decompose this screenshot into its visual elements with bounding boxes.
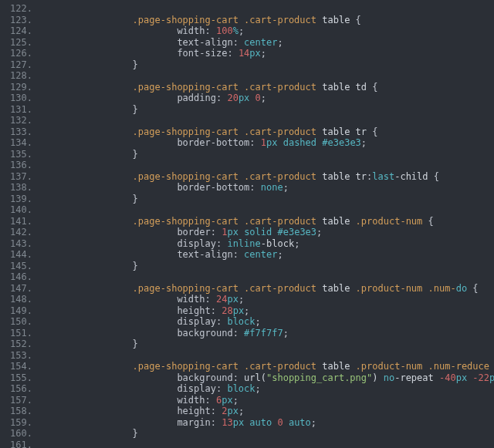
token-pseudo: last: [372, 171, 394, 182]
line-number: 146.: [0, 271, 32, 283]
code-line[interactable]: [43, 3, 494, 15]
token-punct: ;: [361, 137, 367, 148]
code-line[interactable]: }: [43, 104, 494, 116]
token-punct: ;: [316, 227, 322, 237]
token-val: solid: [244, 227, 277, 237]
code-line[interactable]: font-size: 14px;: [43, 48, 494, 59]
token-prop: background: [177, 328, 232, 339]
token-punct: :: [216, 383, 227, 394]
line-number-gutter: 122.123.124.125.126.127.128.129.130.131.…: [0, 0, 39, 448]
code-line[interactable]: .page-shopping-cart .cart-product table …: [43, 283, 494, 295]
code-line[interactable]: }: [43, 261, 494, 272]
token-sel: -child: [394, 171, 434, 182]
code-line[interactable]: margin: 13px auto 0 auto;: [43, 417, 494, 429]
code-line[interactable]: padding: 20px 0;: [43, 93, 494, 104]
token-unit: px: [233, 305, 244, 316]
token-class: .cart-product: [244, 216, 322, 227]
code-line[interactable]: display: inline-block;: [43, 238, 494, 250]
token-pseudo: no: [384, 372, 394, 383]
token-punct: }: [133, 59, 138, 70]
code-line[interactable]: height: 2px;: [43, 406, 494, 417]
line-number: 126.: [0, 48, 32, 59]
code-line[interactable]: display: block;: [43, 316, 494, 328]
token-class: .cart-product: [244, 15, 322, 25]
code-line[interactable]: }: [43, 428, 494, 440]
token-punct: :: [211, 417, 222, 428]
token-unit: px: [456, 372, 473, 383]
token-punct: :: [211, 227, 222, 237]
code-line[interactable]: display: block;: [43, 383, 494, 395]
token-punct: ;: [255, 383, 261, 394]
code-line[interactable]: .page-shopping-cart .cart-product table …: [43, 15, 494, 26]
code-editor[interactable]: 122.123.124.125.126.127.128.129.130.131.…: [0, 0, 494, 448]
token-punct: :: [233, 328, 244, 339]
token-punct: :: [216, 93, 227, 103]
token-num: 0: [255, 93, 261, 103]
code-line[interactable]: [43, 350, 494, 362]
token-val: none: [261, 182, 283, 193]
line-number: 140.: [0, 204, 32, 216]
code-line[interactable]: background: url("shopping_cart.png") no-…: [43, 372, 494, 384]
code-line[interactable]: [43, 70, 494, 82]
code-line[interactable]: border-bottom: none;: [43, 182, 494, 194]
line-number: 136.: [0, 160, 32, 171]
line-number: 149.: [0, 305, 32, 317]
code-line[interactable]: [43, 115, 494, 126]
code-line[interactable]: width: 6px;: [43, 395, 494, 406]
token-num: 24: [216, 294, 227, 305]
token-punct: ;: [283, 328, 289, 339]
code-line[interactable]: [43, 204, 494, 216]
token-sel: -repeat: [394, 372, 439, 383]
token-str: "shopping_cart.png": [266, 372, 372, 383]
code-line[interactable]: .page-shopping-cart .cart-product table …: [43, 216, 494, 227]
code-line[interactable]: .page-shopping-cart .cart-product table …: [43, 171, 494, 183]
code-line[interactable]: text-align: center;: [43, 249, 494, 261]
code-line[interactable]: border: 1px solid #e3e3e3;: [43, 227, 494, 238]
code-line[interactable]: [43, 160, 494, 171]
token-punct: }: [133, 261, 138, 271]
code-line[interactable]: }: [43, 339, 494, 350]
line-number: 161.: [0, 440, 32, 449]
code-line[interactable]: }: [43, 149, 494, 160]
token-prop: font-size: [177, 48, 227, 59]
token-hex: #e3e3e3: [277, 227, 316, 237]
code-line[interactable]: background: #f7f7f7;: [43, 328, 494, 339]
code-line[interactable]: [43, 271, 494, 283]
token-punct: {: [472, 283, 478, 294]
token-val: block: [227, 383, 255, 394]
code-line[interactable]: .page-shopping-cart .cart-product table …: [43, 361, 494, 372]
line-number: 154.: [0, 361, 32, 372]
token-class: .page-shopping-cart: [133, 82, 245, 93]
token-sel: table tr: [322, 126, 372, 137]
token-num: 0: [277, 417, 288, 428]
token-punct: ;: [239, 294, 244, 305]
token-num: 1: [261, 137, 266, 148]
line-number: 142.: [0, 227, 32, 238]
token-val: dashed: [283, 137, 323, 148]
code-line[interactable]: height: 28px;: [43, 305, 494, 317]
token-sel: table tr: [322, 171, 367, 182]
code-line[interactable]: .page-shopping-cart .cart-product table …: [43, 82, 494, 93]
code-line[interactable]: [43, 440, 494, 449]
code-line[interactable]: width: 100%;: [43, 25, 494, 37]
token-prop: display: [177, 383, 216, 394]
code-area[interactable]: .page-shopping-cart .cart-product table …: [39, 0, 494, 448]
token-class: .product-num: [356, 216, 428, 227]
code-content[interactable]: .page-shopping-cart .cart-product table …: [43, 3, 494, 448]
code-line[interactable]: }: [43, 59, 494, 71]
token-val: block: [227, 316, 255, 327]
token-punct: ;: [239, 406, 244, 416]
token-punct: ;: [283, 182, 289, 193]
code-line[interactable]: text-align: center;: [43, 37, 494, 49]
line-number: 143.: [0, 238, 32, 250]
token-unit: px: [227, 227, 244, 237]
code-line[interactable]: }: [43, 194, 494, 205]
token-sel: -block: [261, 238, 294, 249]
code-line[interactable]: width: 24px;: [43, 294, 494, 305]
token-unit: px: [489, 372, 494, 383]
line-number: 122.: [0, 3, 32, 15]
line-number: 152.: [0, 339, 32, 350]
code-line[interactable]: .page-shopping-cart .cart-product table …: [43, 126, 494, 138]
code-line[interactable]: border-bottom: 1px dashed #e3e3e3;: [43, 137, 494, 149]
token-punct: :: [249, 182, 260, 193]
